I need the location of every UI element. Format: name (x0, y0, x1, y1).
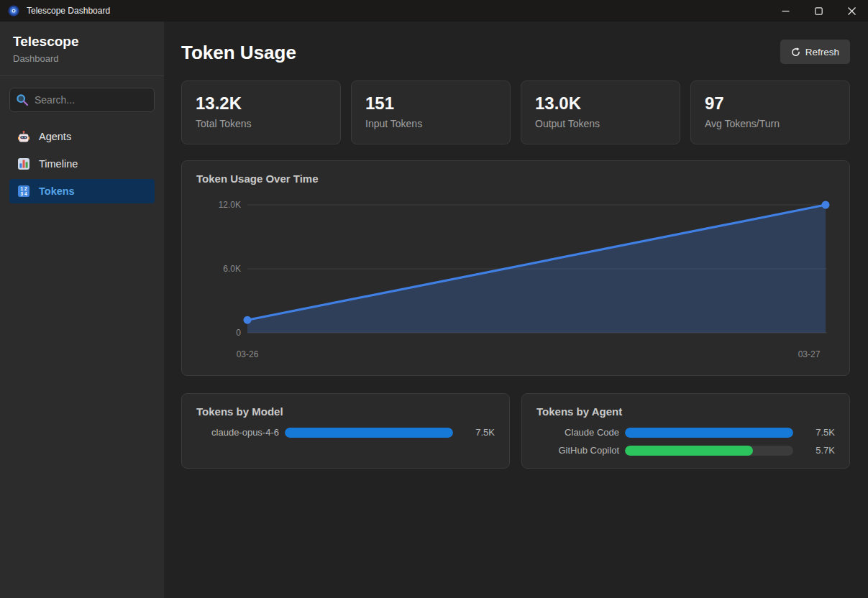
close-button[interactable] (835, 0, 868, 22)
model-bars: claude-opus-4-67.5K (196, 427, 495, 438)
page-title: Token Usage (181, 42, 296, 64)
refresh-button[interactable]: Refresh (780, 40, 850, 64)
bar-row: Claude Code7.5K (536, 427, 835, 438)
telescope-app-icon (8, 5, 19, 17)
stat-value: 13.0K (535, 93, 666, 114)
sidebar-item-agents[interactable]: Agents (9, 124, 155, 149)
close-icon (848, 7, 856, 15)
stat-value: 13.2K (196, 93, 326, 114)
token-usage-area-chart: 06.0K12.0K03-2603-27 (196, 188, 835, 363)
sidebar-item-label: Tokens (39, 185, 75, 197)
title-bar: Telescope Dashboard (0, 0, 868, 22)
sidebar-item-tokens[interactable]: 1 2 3 4 Tokens (9, 179, 155, 203)
sidebar-item-label: Agents (39, 131, 71, 142)
bar-track (625, 446, 793, 456)
sidebar: Telescope Dashboard (0, 22, 164, 598)
sidebar-nav: Agents Timeline 1 2 3 4 Tokens (0, 123, 164, 208)
sidebar-item-timeline[interactable]: Timeline (9, 152, 155, 176)
data-point (244, 316, 252, 324)
stat-value: 97 (705, 93, 836, 114)
bar-value: 7.5K (459, 427, 495, 438)
bar-label: Claude Code (536, 427, 619, 438)
stat-card-total-tokens: 13.2K Total Tokens (181, 80, 341, 144)
bottom-cards-row: Tokens by Model claude-opus-4-67.5K Toke… (181, 393, 850, 469)
bar-fill (285, 428, 453, 438)
app-subtitle: Dashboard (13, 53, 151, 64)
tokens-by-model-card: Tokens by Model claude-opus-4-67.5K (181, 393, 510, 469)
refresh-icon (791, 47, 800, 57)
tokens-by-agent-card: Tokens by Agent Claude Code7.5KGitHub Co… (521, 393, 850, 469)
bar-fill (625, 428, 793, 438)
robot-icon (17, 130, 30, 143)
y-tick-label: 12.0K (219, 200, 241, 210)
bar-row: GitHub Copilot5.7K (536, 445, 835, 456)
minimize-icon (782, 7, 790, 15)
bar-track (285, 428, 453, 438)
y-tick-label: 0 (236, 328, 241, 338)
refresh-label: Refresh (805, 47, 839, 58)
chart-title: Tokens by Model (196, 405, 495, 418)
token-usage-chart-card: Token Usage Over Time 06.0K12.0K03-2603-… (181, 160, 850, 376)
app-shell: Telescope Dashboard (0, 22, 868, 598)
stat-card-output-tokens: 13.0K Output Tokens (521, 80, 680, 144)
stats-row: 13.2K Total Tokens 151 Input Tokens 13.0… (181, 80, 850, 144)
y-tick-label: 6.0K (223, 264, 241, 274)
stat-value: 151 (365, 93, 496, 114)
window-title: Telescope Dashboard (27, 6, 110, 16)
stat-card-input-tokens: 151 Input Tokens (351, 80, 511, 144)
bar-value: 7.5K (799, 427, 835, 438)
search-box (9, 88, 155, 112)
bar-fill (625, 446, 753, 456)
main-content: Token Usage Refresh 13.2K Total Tokens 1… (164, 22, 868, 598)
input-numbers-icon: 1 2 3 4 (17, 185, 30, 198)
sidebar-item-label: Timeline (39, 158, 78, 170)
data-point (822, 201, 830, 209)
stat-label: Input Tokens (365, 118, 496, 129)
bar-track (625, 428, 793, 438)
stat-label: Output Tokens (535, 118, 666, 129)
x-tick-label: 03-27 (798, 349, 821, 359)
svg-text:3 4: 3 4 (21, 191, 27, 196)
main-header: Token Usage Refresh (181, 36, 850, 64)
bar-label: claude-opus-4-6 (196, 427, 279, 438)
search-icon (16, 93, 29, 106)
agent-bars: Claude Code7.5KGitHub Copilot5.7K (536, 427, 835, 456)
chart-title: Tokens by Agent (536, 405, 835, 418)
bar-row: claude-opus-4-67.5K (196, 427, 495, 438)
chart-title: Token Usage Over Time (196, 172, 835, 185)
window-controls (769, 0, 868, 22)
stat-label: Total Tokens (196, 118, 326, 129)
search-input[interactable] (9, 88, 155, 112)
maximize-button[interactable] (802, 0, 835, 22)
minimize-button[interactable] (769, 0, 802, 22)
bar-value: 5.7K (799, 445, 835, 456)
bar-label: GitHub Copilot (536, 445, 619, 456)
stat-label: Avg Tokens/Turn (705, 118, 836, 129)
app-name: Telescope (13, 34, 151, 50)
bar-chart-icon (17, 157, 30, 170)
x-tick-label: 03-26 (237, 349, 259, 359)
maximize-icon (815, 7, 823, 15)
sidebar-header: Telescope Dashboard (0, 22, 164, 76)
stat-card-avg-tokens-turn: 97 Avg Tokens/Turn (690, 80, 850, 144)
